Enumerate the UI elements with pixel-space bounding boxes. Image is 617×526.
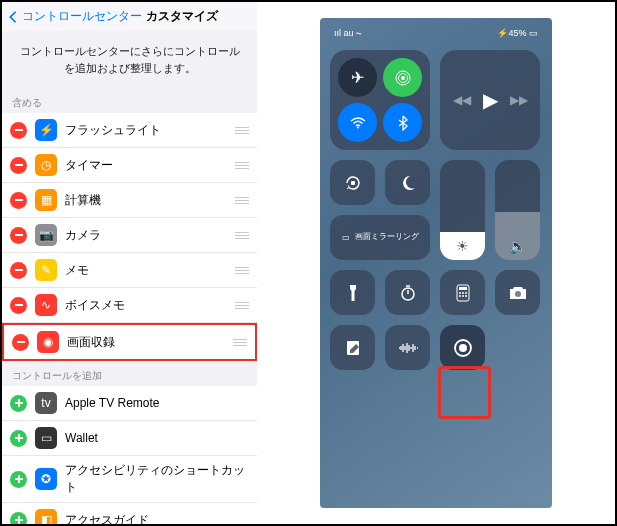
lock-rotation-icon (343, 173, 363, 193)
timer-icon (399, 284, 417, 302)
remove-button[interactable] (10, 262, 27, 279)
svg-point-9 (462, 292, 464, 294)
row-label: Wallet (65, 431, 249, 445)
camera-control[interactable] (495, 270, 540, 315)
drag-handle[interactable] (235, 127, 249, 134)
bluetooth-toggle[interactable] (383, 103, 422, 142)
remove-button[interactable] (10, 192, 27, 209)
flashlight-control[interactable] (330, 270, 375, 315)
row-wallet[interactable]: ▭Wallet (2, 421, 257, 456)
row-apple-tv[interactable]: tvApple TV Remote (2, 386, 257, 421)
flashlight-icon (348, 283, 358, 303)
speaker-icon: 🔈 (509, 238, 526, 254)
screen-record-control[interactable] (440, 325, 485, 370)
svg-point-11 (459, 295, 461, 297)
highlight-box (438, 366, 491, 419)
row-label: アクセスガイド (65, 512, 249, 525)
svg-point-13 (465, 295, 467, 297)
row-screen-record[interactable]: ◉画面収録 (2, 323, 257, 361)
row-notes[interactable]: ✎メモ (2, 253, 257, 288)
row-label: メモ (65, 262, 227, 279)
connectivity-pod[interactable]: ✈ (330, 50, 430, 150)
remove-button[interactable] (10, 122, 27, 139)
add-button[interactable] (10, 512, 27, 525)
waveform-icon (397, 341, 419, 355)
camera-icon (508, 285, 528, 301)
page-title: カスタマイズ (146, 8, 218, 25)
airplane-toggle[interactable]: ✈ (338, 58, 377, 97)
next-track-icon[interactable]: ▶▶ (510, 93, 528, 107)
svg-point-12 (462, 295, 464, 297)
row-camera[interactable]: 📷カメラ (2, 218, 257, 253)
orientation-lock[interactable] (330, 160, 375, 205)
calculator-icon: ▦ (35, 189, 57, 211)
drag-handle[interactable] (235, 232, 249, 239)
timer-control[interactable] (385, 270, 430, 315)
brightness-slider[interactable]: ☀ (440, 160, 485, 260)
svg-point-3 (357, 126, 359, 128)
section-more: コントロールを追加 (2, 361, 257, 386)
antenna-icon (395, 70, 411, 86)
svg-rect-4 (351, 181, 355, 185)
nav-bar: コントロールセンター カスタマイズ (2, 2, 257, 31)
volume-slider[interactable]: 🔈 (495, 160, 540, 260)
row-label: アクセシビリティのショートカット (65, 462, 249, 496)
chevron-left-icon (6, 10, 20, 24)
notes-icon: ✎ (35, 259, 57, 281)
description: コントロールセンターにさらにコントロールを追加および整理します。 (2, 31, 257, 88)
add-button[interactable] (10, 471, 27, 488)
back-label: コントロールセンター (22, 8, 142, 25)
row-label: タイマー (65, 157, 227, 174)
cellular-toggle[interactable] (383, 58, 422, 97)
play-icon[interactable]: ▶ (483, 88, 498, 112)
remove-button[interactable] (10, 157, 27, 174)
more-list: tvApple TV Remote▭Wallet✪アクセシビリティのショートカッ… (2, 386, 257, 524)
voice-memo-control[interactable] (385, 325, 430, 370)
prev-track-icon[interactable]: ◀◀ (453, 93, 471, 107)
add-button[interactable] (10, 430, 27, 447)
remove-button[interactable] (10, 227, 27, 244)
row-accessibility[interactable]: ✪アクセシビリティのショートカット (2, 456, 257, 503)
flashlight-icon: ⚡ (35, 119, 57, 141)
section-include: 含める (2, 88, 257, 113)
wifi-toggle[interactable] (338, 103, 377, 142)
do-not-disturb[interactable] (385, 160, 430, 205)
remove-button[interactable] (12, 334, 29, 351)
drag-handle[interactable] (235, 162, 249, 169)
row-flashlight[interactable]: ⚡フラッシュライト (2, 113, 257, 148)
settings-pane: コントロールセンター カスタマイズ コントロールセンターにさらにコントロールを追… (2, 2, 257, 524)
screen-record-icon: ◉ (37, 331, 59, 353)
calculator-icon (455, 284, 471, 302)
row-label: カメラ (65, 227, 227, 244)
drag-handle[interactable] (235, 197, 249, 204)
signal-carrier: ııl au ⏦ (334, 28, 361, 38)
accessibility-icon: ✪ (35, 468, 57, 490)
back-button[interactable]: コントロールセンター (6, 8, 142, 25)
svg-point-0 (401, 76, 405, 80)
svg-point-8 (459, 292, 461, 294)
remove-button[interactable] (10, 297, 27, 314)
media-pod[interactable]: ◀◀ ▶ ▶▶ (440, 50, 540, 150)
drag-handle[interactable] (233, 339, 247, 346)
svg-point-17 (459, 344, 467, 352)
row-voice-memo[interactable]: ∿ボイスメモ (2, 288, 257, 323)
row-calculator[interactable]: ▦計算機 (2, 183, 257, 218)
drag-handle[interactable] (235, 302, 249, 309)
guided-access-icon: ◧ (35, 509, 57, 524)
voice-memo-icon: ∿ (35, 294, 57, 316)
drag-handle[interactable] (235, 267, 249, 274)
svg-rect-7 (459, 287, 467, 290)
add-button[interactable] (10, 395, 27, 412)
row-label: ボイスメモ (65, 297, 227, 314)
notes-control[interactable] (330, 325, 375, 370)
row-label: フラッシュライト (65, 122, 227, 139)
row-timer[interactable]: ◷タイマー (2, 148, 257, 183)
calculator-control[interactable] (440, 270, 485, 315)
wallet-icon: ▭ (35, 427, 57, 449)
row-label: 画面収録 (67, 334, 225, 351)
record-icon (453, 338, 473, 358)
mirror-label: 画面ミラーリング (355, 233, 419, 242)
timer-icon: ◷ (35, 154, 57, 176)
screen-mirroring[interactable]: ▭ 画面ミラーリング (330, 215, 430, 260)
row-guided-access[interactable]: ◧アクセスガイド (2, 503, 257, 524)
